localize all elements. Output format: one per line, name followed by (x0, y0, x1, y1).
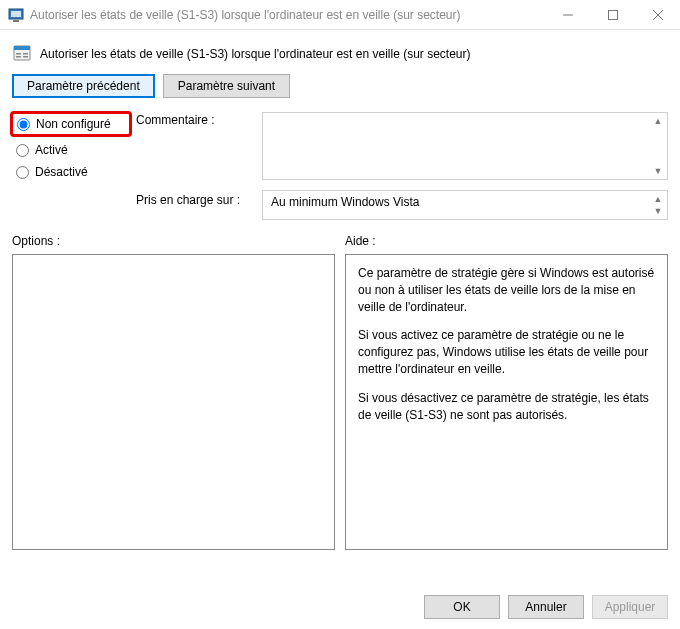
help-panel: Ce paramètre de stratégie gère si Window… (345, 254, 668, 550)
supported-scroll-down-icon[interactable]: ▼ (650, 204, 666, 218)
radio-not-configured[interactable]: Non configuré (10, 111, 132, 137)
radio-disabled[interactable]: Désactivé (12, 161, 130, 183)
titlebar: Autoriser les états de veille (S1-S3) lo… (0, 0, 680, 30)
radio-enabled-input[interactable] (16, 144, 29, 157)
heading-row: Autoriser les états de veille (S1-S3) lo… (12, 40, 668, 74)
help-paragraph: Ce paramètre de stratégie gère si Window… (358, 265, 655, 315)
radio-enabled[interactable]: Activé (12, 139, 130, 161)
comment-scroll-down-icon[interactable]: ▼ (650, 164, 666, 178)
radio-not-configured-label: Non configuré (36, 117, 111, 131)
ok-button[interactable]: OK (424, 595, 500, 619)
svg-rect-1 (11, 11, 21, 17)
radio-disabled-input[interactable] (16, 166, 29, 179)
window-title: Autoriser les états de veille (S1-S3) lo… (30, 8, 545, 22)
previous-setting-button[interactable]: Paramètre précédent (12, 74, 155, 98)
supported-on-value: Au minimum Windows Vista (271, 195, 420, 209)
apply-button[interactable]: Appliquer (592, 595, 668, 619)
svg-rect-9 (16, 53, 21, 55)
radio-enabled-label: Activé (35, 143, 68, 157)
close-button[interactable] (635, 0, 680, 29)
svg-rect-2 (13, 20, 19, 22)
heading-text: Autoriser les états de veille (S1-S3) lo… (40, 47, 470, 61)
svg-rect-4 (608, 10, 617, 19)
app-icon (8, 7, 24, 23)
options-label: Options : (12, 234, 335, 248)
supported-on-field: Au minimum Windows Vista ▲ ▼ (262, 190, 668, 220)
dialog-footer: OK Annuler Appliquer (424, 595, 668, 619)
radio-disabled-label: Désactivé (35, 165, 88, 179)
help-label: Aide : (345, 234, 668, 248)
comment-field[interactable]: ▲ ▼ (262, 112, 668, 180)
svg-rect-8 (14, 46, 30, 50)
cancel-button[interactable]: Annuler (508, 595, 584, 619)
maximize-button[interactable] (590, 0, 635, 29)
supported-on-label: Pris en charge sur : (136, 193, 256, 213)
next-setting-button[interactable]: Paramètre suivant (163, 74, 290, 98)
comment-label: Commentaire : (136, 113, 256, 133)
help-paragraph: Si vous désactivez ce paramètre de strat… (358, 390, 655, 424)
minimize-button[interactable] (545, 0, 590, 29)
options-panel (12, 254, 335, 550)
svg-rect-10 (16, 56, 21, 58)
help-paragraph: Si vous activez ce paramètre de stratégi… (358, 327, 655, 377)
policy-icon (12, 44, 32, 64)
svg-rect-12 (23, 56, 28, 58)
radio-not-configured-input[interactable] (17, 118, 30, 131)
svg-rect-11 (23, 53, 28, 55)
comment-scroll-up-icon[interactable]: ▲ (650, 114, 666, 128)
